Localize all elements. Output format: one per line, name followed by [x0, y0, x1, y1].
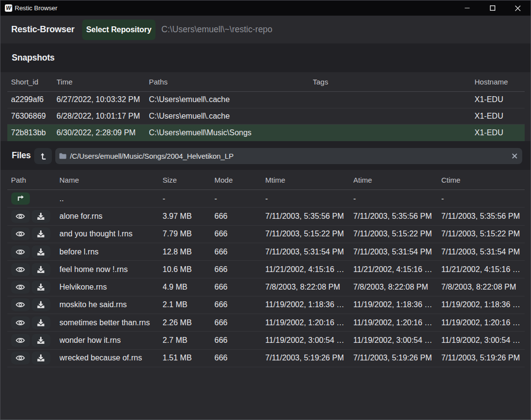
eye-icon	[16, 266, 25, 273]
file-mtime: 11/21/2002, 4:15:16 …	[266, 265, 354, 274]
file-size: 4.9 MB	[163, 283, 215, 292]
file-size: 12.8 MB	[163, 248, 215, 256]
eye-icon	[16, 355, 25, 361]
column-header-ctime: Ctime	[442, 176, 525, 184]
titlebar-title: Restic Browser	[15, 0, 57, 16]
file-name: and you thought l.rns	[60, 230, 163, 238]
file-mtime: 11/19/2002, 3:00:54 …	[266, 336, 354, 345]
snapshot-time: 6/28/2022, 10:01:17 PM	[57, 112, 149, 121]
parent-directory-row[interactable]: .. - - - - -	[7, 190, 525, 208]
snapshot-hostname: X1-EDU	[475, 95, 525, 104]
preview-file-button[interactable]	[11, 298, 30, 311]
column-header-time: Time	[57, 78, 149, 86]
file-mtime: 7/11/2003, 5:15:22 PM	[266, 230, 354, 238]
preview-file-button[interactable]	[11, 316, 30, 329]
file-row[interactable]: Helvikone.rns 4.9 MB 666 7/8/2003, 8:22:…	[7, 278, 525, 296]
file-name: feel home now !.rns	[60, 265, 163, 274]
file-row[interactable]: wonder how it.rns 2.7 MB 666 11/19/2002,…	[7, 332, 525, 349]
preview-file-button[interactable]	[11, 228, 30, 240]
column-header-tags: Tags	[313, 78, 475, 86]
file-row[interactable]: moskito he said.rns 2.1 MB 666 11/19/200…	[7, 296, 525, 314]
download-file-button[interactable]	[32, 298, 50, 311]
preview-file-button[interactable]	[11, 352, 30, 364]
snapshot-row[interactable]: 72b813bb 6/30/2022, 2:28:09 PM C:\Users\…	[7, 125, 525, 141]
file-ctime: 7/11/2003, 5:19:26 PM	[442, 354, 525, 362]
download-file-button[interactable]	[32, 210, 50, 223]
x-icon	[512, 153, 517, 159]
download-file-button[interactable]	[32, 228, 50, 240]
download-icon	[37, 230, 45, 238]
download-file-button[interactable]	[32, 316, 50, 329]
download-icon	[37, 319, 45, 327]
file-row[interactable]: feel home now !.rns 10.6 MB 666 11/21/20…	[7, 261, 525, 278]
file-atime: 7/11/2003, 5:31:54 PM	[354, 248, 442, 256]
snapshots-table-header: Short_id Time Paths Tags Hostname	[7, 72, 525, 92]
file-atime: 11/21/2002, 4:15:16 …	[354, 265, 442, 274]
preview-file-button[interactable]	[11, 210, 30, 223]
minimize-button[interactable]	[454, 0, 480, 16]
file-mtime: 7/11/2003, 5:35:56 PM	[266, 212, 354, 221]
close-icon	[515, 5, 521, 11]
files-table: Path Name Size Mode Mtime Atime Ctime ..…	[0, 170, 531, 420]
folder-icon	[59, 153, 66, 159]
eye-icon	[16, 337, 25, 344]
current-path-bar[interactable]: /C/Users/emuell/Music/Songs/2004_Helveti…	[55, 148, 522, 164]
files-table-header: Path Name Size Mode Mtime Atime Ctime	[7, 170, 525, 190]
file-ctime: 7/11/2003, 5:35:56 PM	[442, 212, 525, 221]
download-file-button[interactable]	[32, 352, 50, 364]
download-file-button[interactable]	[32, 263, 50, 276]
snapshots-heading: Snapshots	[12, 43, 55, 72]
file-row[interactable]: sometimes better than.rns 2.26 MB 666 11…	[7, 314, 525, 332]
file-name: moskito he said.rns	[60, 300, 163, 309]
file-atime: 7/8/2003, 8:22:08 PM	[354, 283, 442, 292]
file-atime: 11/19/2002, 3:00:54 …	[354, 336, 442, 345]
snapshot-hostname: X1-EDU	[475, 112, 525, 121]
app-title: Restic-Browser	[11, 16, 74, 43]
file-row[interactable]: before l.rns 12.8 MB 666 7/11/2003, 5:31…	[7, 243, 525, 261]
file-size: 1.51 MB	[163, 354, 215, 362]
file-atime: 7/11/2003, 5:15:22 PM	[354, 230, 442, 238]
file-name: sometimes better than.rns	[60, 318, 163, 327]
files-heading: Files	[12, 141, 31, 170]
file-name: alone for.rns	[60, 212, 163, 221]
file-row[interactable]: alone for.rns 3.97 MB 666 7/11/2003, 5:3…	[7, 208, 525, 225]
column-header-hostname: Hostname	[475, 78, 525, 86]
preview-file-button[interactable]	[11, 281, 30, 294]
file-row[interactable]: and you thought l.rns 7.79 MB 666 7/11/2…	[7, 226, 525, 243]
maximize-button[interactable]	[480, 0, 505, 16]
file-ctime: 11/21/2002, 4:15:16 …	[442, 265, 525, 274]
download-file-button[interactable]	[32, 334, 50, 347]
file-row[interactable]: wrecked because of.rns 1.51 MB 666 7/11/…	[7, 350, 525, 367]
file-mtime: 7/11/2003, 5:19:26 PM	[266, 354, 354, 362]
parent-directory-button[interactable]	[34, 148, 52, 164]
preview-file-button[interactable]	[11, 246, 30, 258]
file-mode: 666	[215, 336, 266, 345]
file-mtime: 7/8/2003, 8:22:08 PM	[266, 283, 354, 292]
preview-file-button[interactable]	[11, 334, 30, 347]
eye-icon	[16, 284, 25, 291]
file-atime: 7/11/2003, 5:35:56 PM	[354, 212, 442, 221]
preview-file-button[interactable]	[11, 263, 30, 276]
snapshot-paths: C:\Users\emuell\Music\Songs	[149, 128, 313, 137]
download-file-button[interactable]	[32, 246, 50, 258]
clear-path-button[interactable]	[509, 151, 519, 161]
file-mode: 666	[215, 283, 266, 292]
download-icon	[37, 354, 45, 362]
window-controls	[454, 0, 531, 16]
download-file-button[interactable]	[32, 281, 50, 294]
file-atime: -	[354, 194, 442, 203]
snapshot-hostname: X1-EDU	[475, 128, 525, 137]
repository-path: C:\Users\emuell\~\restic-repo	[161, 16, 272, 43]
file-ctime: -	[442, 194, 525, 203]
snapshot-row[interactable]: a2299af6 6/27/2022, 10:03:32 PM C:\Users…	[7, 92, 525, 108]
current-path-text: /C/Users/emuell/Music/Songs/2004_Helveti…	[70, 152, 509, 160]
close-button[interactable]	[505, 0, 531, 16]
file-atime: 7/11/2003, 5:19:26 PM	[354, 354, 442, 362]
go-up-button[interactable]	[11, 192, 30, 205]
file-ctime: 7/11/2003, 5:15:22 PM	[442, 230, 525, 238]
file-size: 10.6 MB	[163, 265, 215, 274]
file-mode: 666	[215, 318, 266, 327]
select-repository-button[interactable]: Select Repository	[82, 20, 155, 40]
snapshot-row[interactable]: 76306869 6/28/2022, 10:01:17 PM C:\Users…	[7, 108, 525, 125]
app-window: W Restic Browser Restic-Browser Select R…	[0, 0, 531, 420]
